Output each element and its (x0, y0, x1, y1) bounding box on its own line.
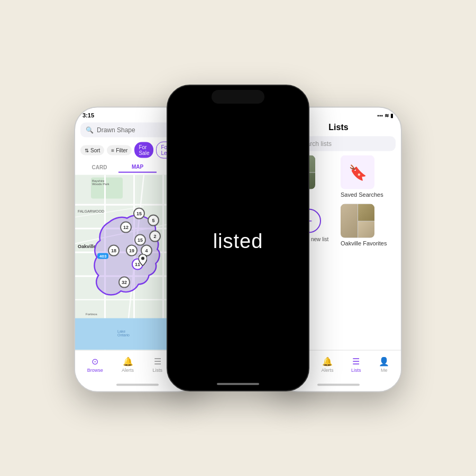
wifi-icon-right: ≋ (385, 112, 389, 118)
me-label-right: Me (381, 368, 388, 373)
filter-icon: ≡ (111, 147, 114, 153)
signal-icon-right: ▪▪▪ (377, 112, 383, 118)
home-bar-right (317, 384, 360, 386)
nav-lists-right[interactable]: ☰ Lists (351, 356, 361, 373)
battery-icon-right: ▮ (390, 112, 393, 118)
nav-lists[interactable]: ☰ Lists (152, 356, 162, 373)
oakville-favorites-item[interactable]: Oakville Favorites (341, 204, 396, 246)
me-icon-right: 👤 (379, 356, 389, 367)
nav-alerts-right[interactable]: 🔔 Alerts (321, 356, 333, 373)
lists-label-right: Lists (351, 368, 361, 373)
saved-searches-item[interactable]: 🔖 Saved Searches (341, 155, 396, 198)
lists-icon: ☰ (154, 356, 161, 367)
alerts-label: Alerts (122, 368, 134, 373)
sort-button[interactable]: ⇅ Sort (80, 145, 104, 155)
falgarwood-label: FALGARWOOD (78, 209, 104, 213)
highway-badge: 403 (97, 253, 108, 259)
alerts-icon-right: 🔔 (322, 356, 333, 367)
cluster-12: 12 (120, 222, 132, 233)
lists-icon-right: ☰ (352, 356, 360, 367)
phone-center: listed (167, 85, 309, 391)
scene: 3:15 ▪▪▪ ≋ ▮ 🔍 Drawn Shape × ⇅ Sort ≡ Fi… (21, 32, 455, 444)
cluster-32: 32 (118, 277, 130, 288)
cluster-15a: 15 (133, 208, 145, 219)
saved-searches-icon: 🔖 (349, 163, 367, 181)
sort-label: Sort (90, 147, 100, 153)
for-sale-label: For Sale (139, 144, 149, 156)
saved-searches-icon-box: 🔖 (341, 155, 374, 189)
cluster-18: 18 (108, 245, 120, 257)
lake-label: LakeOntario (117, 329, 130, 337)
header-title: Lists (328, 123, 348, 132)
home-bar (116, 384, 159, 386)
filter-label: Filter (116, 147, 127, 153)
filter-button[interactable]: ≡ Filter (107, 145, 132, 155)
cluster-5: 5 (148, 215, 159, 226)
listed-logo: listed (213, 230, 263, 253)
map-tab[interactable]: MAP (118, 162, 157, 173)
search-icon-left: 🔍 (86, 126, 94, 134)
browse-label: Browse (87, 368, 103, 373)
nav-me-right[interactable]: 👤 Me (379, 356, 389, 373)
browse-icon: ⊙ (91, 356, 98, 367)
saved-searches-label: Saved Searches (341, 191, 396, 198)
oakville-thumb-2 (358, 204, 375, 221)
search-text: Drawn Shape (97, 126, 135, 134)
oakville-label: Oakville (78, 244, 96, 249)
notch-bar-center (168, 86, 308, 105)
for-sale-button[interactable]: For Sale (134, 142, 153, 158)
cluster-19: 19 (126, 245, 138, 257)
cluster-2: 2 (149, 231, 161, 242)
nav-alerts[interactable]: 🔔 Alerts (122, 356, 134, 373)
card-tab[interactable]: CARD (80, 162, 118, 172)
oakville-thumb-1 (341, 204, 358, 238)
park-label-1: BayshireWoods Park (92, 179, 109, 186)
home-indicator-center (217, 378, 259, 390)
oakville-thumb-3 (358, 221, 375, 238)
time-left: 3:15 (83, 112, 94, 118)
oakville-label: Oakville Favorites (341, 240, 396, 246)
dynamic-island (212, 90, 264, 104)
screen-content-center: listed (168, 105, 308, 378)
home-bar-dark (217, 383, 259, 385)
alerts-label-right: Alerts (321, 368, 333, 373)
lists-label: Lists (152, 368, 162, 373)
svg-point-3 (141, 257, 144, 260)
nav-browse[interactable]: ⊙ Browse (87, 356, 103, 373)
map-pin (139, 254, 147, 268)
status-icons-right: ▪▪▪ ≋ ▮ (377, 112, 393, 118)
sort-icon: ⇅ (85, 147, 89, 153)
oakville-thumb (341, 204, 374, 238)
cluster-15b: 15 (134, 234, 146, 246)
fortinos-label: Fortinos (86, 313, 97, 316)
alerts-icon: 🔔 (123, 356, 133, 367)
